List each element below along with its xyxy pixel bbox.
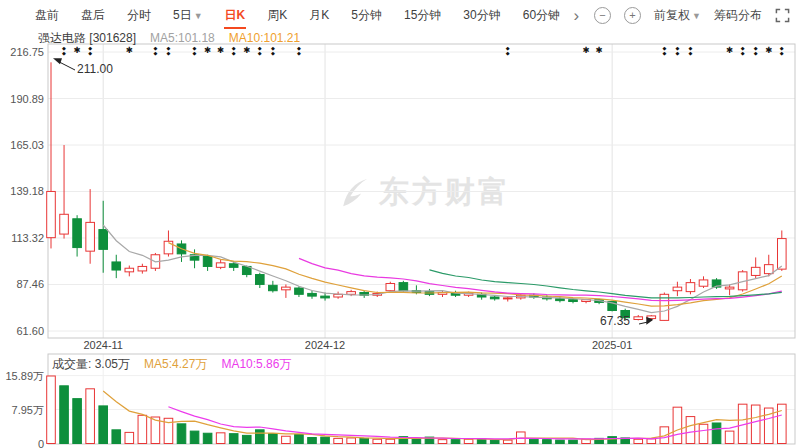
- tab-30分钟[interactable]: 30分钟: [462, 2, 501, 29]
- volume-bar: [490, 440, 499, 443]
- event-star-icon: ✱: [765, 45, 772, 55]
- volume-value-label: 成交量: 3.05万: [52, 356, 130, 373]
- price-tick-label: 190.89: [10, 93, 44, 105]
- price-tick-label: 87.46: [16, 278, 44, 290]
- volume-ma10-label: MA10:5.86万: [221, 356, 291, 373]
- volume-bar: [634, 439, 643, 443]
- chip-distribution-button[interactable]: 筹码分布: [714, 7, 762, 24]
- volume-bar: [778, 404, 787, 443]
- candle: [725, 287, 734, 289]
- tab-盘前[interactable]: 盘前: [34, 2, 60, 29]
- volume-tick-label: 0: [38, 438, 44, 448]
- tab-5分钟[interactable]: 5分钟: [350, 2, 383, 29]
- event-diamond-icon: ◆: [258, 50, 262, 56]
- candle: [229, 264, 238, 268]
- tab-月K[interactable]: 月K: [308, 2, 330, 29]
- candle: [256, 275, 265, 285]
- volume-bar: [308, 438, 317, 444]
- low-price-annotation: 67.35: [600, 314, 630, 328]
- candle: [634, 317, 643, 320]
- volume-bar: [125, 432, 134, 443]
- candle: [203, 257, 212, 267]
- tab-15分钟[interactable]: 15分钟: [403, 2, 442, 29]
- price-legend: 强达电路 [301628] MA5:101.18 MA10:101.21: [38, 30, 300, 47]
- volume-tick-label: 15.89万: [5, 370, 44, 382]
- fullscreen-icon[interactable]: [775, 8, 790, 23]
- event-star-icon: ✱: [582, 45, 589, 55]
- event-diamond-icon: ◆: [88, 50, 92, 56]
- volume-bar: [242, 435, 251, 443]
- zoom-in-icon[interactable]: +: [624, 7, 641, 24]
- volume-bar: [464, 439, 473, 443]
- volume-bar: [751, 405, 760, 443]
- event-diamond-icon: ◆: [506, 50, 510, 56]
- volume-tick-label: 7.95万: [12, 404, 44, 416]
- tab-周K[interactable]: 周K: [266, 2, 288, 29]
- candle: [60, 214, 69, 234]
- volume-bar: [229, 434, 238, 444]
- volume-bar: [712, 423, 721, 444]
- volume-bar: [112, 430, 121, 444]
- candle: [73, 219, 82, 248]
- volume-bar: [530, 439, 539, 443]
- event-star-icon: ✱: [596, 45, 603, 55]
- candle: [321, 296, 330, 298]
- candle: [125, 268, 134, 272]
- volume-bar: [347, 438, 356, 444]
- pan-right-icon[interactable]: ›: [571, 7, 581, 24]
- volume-bar: [699, 424, 708, 443]
- volume-legend: 成交量: 3.05万 MA5:4.27万 MA10:5.86万: [52, 356, 291, 373]
- candle: [699, 280, 708, 286]
- price-ma10-label: MA10:101.21: [229, 31, 300, 45]
- event-diamond-icon: ◆: [193, 50, 197, 56]
- pan-left-icon[interactable]: ‹: [549, 7, 559, 24]
- tab-5日[interactable]: 5日▼: [172, 2, 204, 29]
- candle: [751, 267, 760, 275]
- volume-bar: [386, 439, 395, 443]
- event-diamond-icon: ◆: [167, 50, 171, 56]
- kline-canvas[interactable]: 2024-112024-122025-01216.75190.89165.031…: [0, 0, 800, 448]
- price-tick-label: 113.32: [11, 232, 44, 244]
- toolbar: 盘前盘后分时5日▼日K周K月K5分钟15分钟30分钟60分钟 ‹ › − + 前…: [0, 0, 800, 30]
- stock-chart-page: 2024-112024-122025-01216.75190.89165.031…: [0, 0, 800, 448]
- volume-bar: [725, 431, 734, 443]
- candle: [308, 293, 317, 296]
- volume-bar: [451, 440, 460, 444]
- volume-bar: [216, 433, 225, 444]
- volume-bar: [190, 431, 199, 443]
- price-tick-label: 61.60: [16, 325, 44, 337]
- volume-bar: [282, 436, 291, 443]
- adjust-type-dropdown[interactable]: 前复权▼: [654, 7, 701, 24]
- volume-bar: [295, 435, 304, 444]
- price-tick-label: 165.03: [10, 139, 44, 151]
- volume-bar: [60, 386, 69, 444]
- candle: [764, 265, 773, 274]
- tab-分时[interactable]: 分时: [126, 2, 152, 29]
- stock-code: [301628]: [89, 31, 136, 45]
- event-diamond-icon: ◆: [675, 50, 679, 56]
- volume-bar: [256, 430, 265, 444]
- date-tick-label: 2024-11: [83, 339, 123, 351]
- volume-bar: [47, 376, 56, 444]
- volume-bar: [543, 440, 552, 444]
- price-ma5-label: MA5:101.18: [150, 31, 215, 45]
- event-diamond-icon: ◆: [662, 50, 666, 56]
- event-diamond-icon: ◆: [297, 50, 301, 56]
- event-diamond-icon: ◆: [271, 50, 275, 56]
- price-tick-label: 139.18: [10, 185, 44, 197]
- volume-bar: [203, 433, 212, 443]
- event-diamond-icon: ◆: [689, 50, 693, 56]
- stock-name: 强达电路 [301628]: [38, 30, 136, 47]
- volume-bar: [334, 438, 343, 443]
- candle: [47, 191, 56, 237]
- date-tick-label: 2024-12: [305, 339, 345, 351]
- event-diamond-icon: ◆: [62, 50, 66, 56]
- tab-盘后[interactable]: 盘后: [80, 2, 106, 29]
- event-diamond-icon: ◆: [741, 50, 745, 56]
- event-diamond-icon: ◆: [754, 50, 758, 56]
- zoom-out-icon[interactable]: −: [594, 7, 611, 24]
- tab-日K[interactable]: 日K: [224, 2, 247, 29]
- candle: [216, 263, 225, 267]
- candle: [295, 288, 304, 294]
- volume-bar: [138, 415, 147, 443]
